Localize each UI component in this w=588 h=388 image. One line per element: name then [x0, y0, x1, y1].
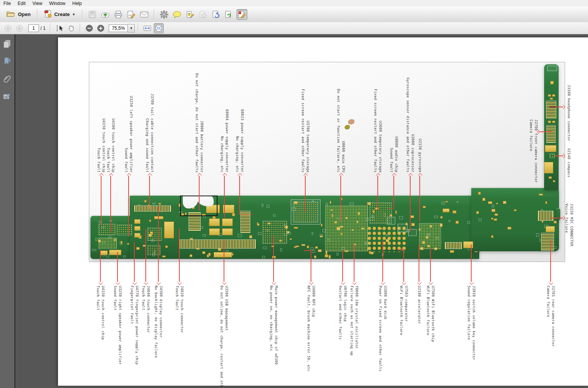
- create-button[interactable]: Create ▼: [41, 8, 79, 21]
- pad: [476, 211, 479, 214]
- annotation-arrow-line: [403, 249, 404, 282]
- board-component: [222, 218, 233, 226]
- component-name: J2700 front camera connector: [533, 120, 538, 183]
- annotation-arrow-line: [128, 176, 129, 237]
- pad: [190, 254, 192, 257]
- fault-description: Do not start or function failure, etc: [336, 89, 341, 173]
- open-button-label: Open: [18, 11, 31, 17]
- pad: [337, 253, 338, 256]
- hand-tool-icon[interactable]: [66, 23, 76, 33]
- export-page-icon[interactable]: [224, 9, 234, 20]
- attachments-icon[interactable]: [3, 74, 12, 84]
- fault-description: Sound fault: [113, 286, 118, 365]
- pad: [294, 227, 298, 229]
- highlight-text-icon[interactable]: T: [185, 9, 195, 20]
- zoom-in-icon[interactable]: [96, 23, 106, 33]
- board-component: [544, 162, 553, 173]
- fault-description: WiFi Bluetooth failure: [399, 286, 404, 335]
- bookmarks-icon[interactable]: [3, 57, 12, 66]
- annotation-arrow-line: [393, 176, 394, 209]
- pad: [496, 203, 498, 204]
- menu-window[interactable]: Window: [46, 0, 69, 6]
- fit-page-icon[interactable]: [154, 23, 164, 33]
- open-folder-icon: [6, 10, 16, 19]
- fault-description: Failure such as not starting up: [349, 286, 354, 356]
- fault-description: Touch fault: [95, 286, 100, 340]
- fault-description: NFC fault, brush machine error 56, etc: [306, 286, 311, 372]
- fault-description: Power on fixed screen and other faults: [378, 286, 383, 372]
- annotation-arrow-line: [145, 229, 146, 282]
- chevron-down-icon: ▼: [72, 13, 76, 16]
- annotation-arrow-line: [419, 176, 420, 221]
- pad: [450, 250, 454, 252]
- gear-icon[interactable]: [159, 9, 169, 20]
- fault-description: Sound fault: [124, 96, 129, 173]
- annotation-arrow-line: [304, 250, 311, 251]
- board-component: [398, 224, 408, 232]
- cloud-upload-icon[interactable]: [100, 9, 111, 20]
- board-component: [147, 228, 162, 241]
- zoom-level-input[interactable]: 75,5%: [109, 24, 128, 32]
- annotation-label: U4150 touch control chipTouch fault: [96, 118, 106, 173]
- pad: [554, 221, 556, 223]
- pad: [321, 224, 323, 227]
- page-number-input[interactable]: 1: [28, 24, 39, 32]
- next-page-icon[interactable]: [14, 23, 24, 33]
- create-button-label: Create: [54, 11, 69, 17]
- component-name: J8900 battery connector: [199, 73, 204, 173]
- pad: [312, 250, 315, 253]
- select-tool-icon[interactable]: [55, 23, 64, 33]
- pad: [207, 254, 209, 257]
- print-icon[interactable]: [113, 9, 124, 20]
- pad: [312, 232, 314, 235]
- fit-width-icon[interactable]: [142, 23, 152, 33]
- component-name: J2701 rear camera connector: [551, 286, 556, 347]
- chevron-down-icon: ▼: [129, 26, 133, 30]
- fault-description: Touch fault: [106, 118, 111, 173]
- email-icon[interactable]: [139, 9, 150, 20]
- menu-help[interactable]: Help: [69, 0, 85, 6]
- fault-description: Camera failure: [546, 286, 551, 347]
- zoom-out-icon[interactable]: [84, 23, 94, 33]
- page-thumbnails-icon[interactable]: [3, 39, 12, 48]
- pad: [301, 244, 305, 246]
- annotation-arrow-line: [117, 252, 118, 282]
- annotation-label: J2701 rear camera connectorCamera failur…: [546, 286, 556, 347]
- annotation-label: U4150 touch control chipTouch fault: [95, 286, 105, 340]
- annotation-arrow-line: [273, 236, 274, 282]
- pad: [162, 255, 166, 257]
- pad: [494, 218, 497, 221]
- component-name: U7503 comparator: [404, 286, 409, 335]
- component-name: U1600 temporary storage: [378, 89, 383, 173]
- pad: [127, 243, 129, 245]
- fault-description: No charging, etc: [219, 109, 224, 173]
- component-name: Main power management chip of u8100: [274, 286, 279, 365]
- annotation-label: U7503 comparatorWiFi Bluetooth failure: [399, 286, 409, 335]
- toolbar-separator: [82, 10, 83, 19]
- comment-bubble-icon[interactable]: [172, 9, 182, 20]
- pad: [325, 254, 328, 257]
- pad: [95, 238, 97, 241]
- previous-page-icon[interactable]: [3, 23, 13, 33]
- save-icon[interactable]: [87, 9, 98, 20]
- delete-page-icon[interactable]: [198, 9, 208, 20]
- component-name: U1700 temporary storage: [305, 89, 310, 173]
- pad: [492, 205, 494, 207]
- open-button[interactable]: Open: [3, 9, 34, 20]
- sign-document-icon[interactable]: [126, 9, 137, 20]
- menu-edit[interactable]: Edit: [14, 0, 29, 6]
- pad: [456, 221, 459, 224]
- pad: [258, 232, 261, 234]
- rotate-page-icon[interactable]: [211, 9, 221, 20]
- menu-file[interactable]: File: [0, 0, 14, 6]
- annotation-arrow-line: [311, 250, 311, 282]
- pad: [545, 201, 547, 204]
- menu-view[interactable]: View: [29, 0, 46, 6]
- pad: [262, 204, 264, 207]
- edit-document-icon[interactable]: [237, 9, 247, 20]
- component-name: U7500 WiFi Bluetooth chip: [430, 286, 435, 342]
- signature-icon[interactable]: [3, 92, 12, 101]
- pad: [149, 220, 151, 222]
- annotation-arrow-line: [398, 249, 404, 250]
- zoom-dropdown-button[interactable]: ▼: [128, 24, 135, 32]
